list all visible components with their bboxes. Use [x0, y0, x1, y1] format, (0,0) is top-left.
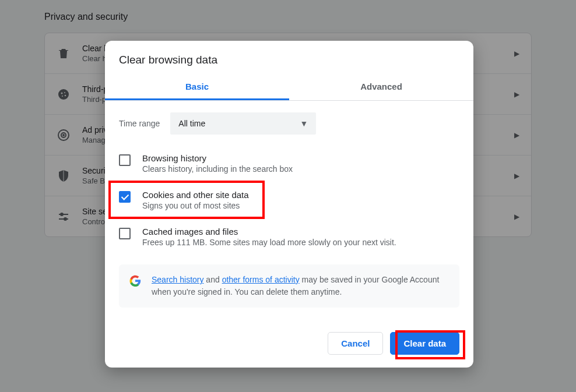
time-range-value: All time [178, 119, 205, 128]
option-title: Browsing history [142, 153, 293, 163]
google-info-box: Search history and other forms of activi… [119, 264, 459, 308]
dialog-title: Clear browsing data [105, 41, 473, 75]
option-title: Cookies and other site data [142, 190, 249, 200]
dialog-actions: Cancel Clear data [105, 316, 473, 368]
time-range-select[interactable]: All time ▼ [170, 112, 316, 135]
option-cookies[interactable]: Cookies and other site data Signs you ou… [119, 184, 459, 221]
google-icon [129, 275, 141, 287]
option-title: Cached images and files [142, 227, 396, 236]
cancel-button[interactable]: Cancel [328, 332, 383, 355]
other-activity-link[interactable]: other forms of activity [222, 275, 300, 284]
option-sub: Clears history, including in the search … [142, 164, 293, 174]
option-cached[interactable]: Cached images and files Frees up 111 MB.… [119, 221, 459, 257]
search-history-link[interactable]: Search history [152, 275, 203, 284]
time-range-label: Time range [119, 119, 160, 128]
checkbox-browsing-history[interactable] [119, 154, 131, 166]
dialog-tabs: Basic Advanced [105, 75, 473, 101]
clear-data-button[interactable]: Clear data [390, 332, 459, 355]
dialog-body: Time range All time ▼ Browsing history C… [105, 101, 473, 316]
info-text: Search history and other forms of activi… [152, 274, 449, 298]
tab-advanced[interactable]: Advanced [289, 75, 473, 100]
dropdown-icon: ▼ [300, 119, 308, 128]
option-sub: Signs you out of most sites [142, 201, 249, 210]
checkbox-cached[interactable] [119, 228, 131, 239]
tab-basic[interactable]: Basic [105, 75, 289, 100]
option-sub: Frees up 111 MB. Some sites may load mor… [142, 238, 396, 247]
checkbox-cookies[interactable] [119, 191, 131, 203]
clear-browsing-data-dialog: Clear browsing data Basic Advanced Time … [105, 41, 473, 368]
option-browsing-history[interactable]: Browsing history Clears history, includi… [119, 147, 459, 184]
